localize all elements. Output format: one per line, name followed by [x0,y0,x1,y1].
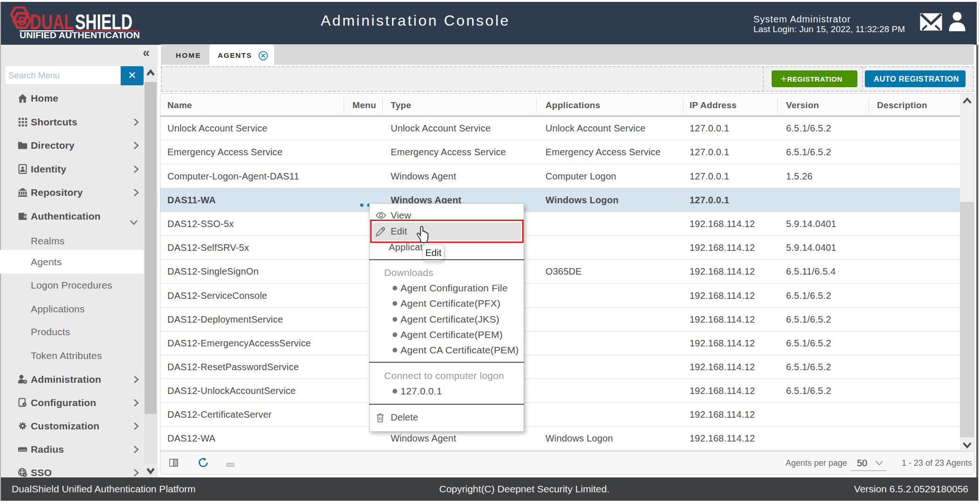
svg-text:D: D [18,14,27,28]
svg-text:UNIFIED AUTHENTICATION: UNIFIED AUTHENTICATION [20,31,140,40]
